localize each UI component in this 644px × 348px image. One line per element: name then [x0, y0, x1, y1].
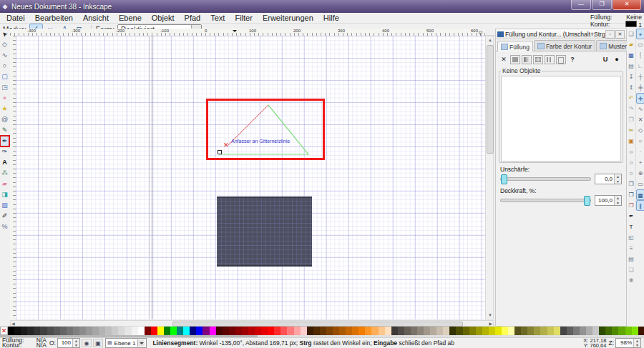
menu-filter[interactable]: Filter — [230, 13, 257, 23]
menu-text[interactable]: Text — [205, 13, 230, 23]
linear-gradient-button[interactable] — [522, 55, 532, 64]
vertical-scroll-thumb[interactable] — [487, 45, 494, 154]
layer-visibility-eye-icon[interactable]: ◉ — [82, 339, 92, 347]
palette-swatch[interactable] — [255, 327, 261, 335]
palette-swatch[interactable] — [216, 327, 223, 335]
snap-page-border-button[interactable]: ▭ — [636, 179, 644, 189]
snap-smooth-nodes-button[interactable]: ○ — [636, 136, 644, 146]
undo-button[interactable]: ↶ — [627, 93, 635, 104]
snap-object-centers-button[interactable]: + — [636, 157, 644, 168]
pen-tool-button[interactable]: ✒ — [0, 136, 9, 146]
dropper-tool-button[interactable]: ✐ — [0, 211, 9, 222]
palette-swatch[interactable] — [248, 327, 255, 335]
fill-stroke-dialog-button[interactable]: ✒ — [627, 211, 635, 222]
palette-swatch[interactable] — [294, 327, 301, 335]
scroll-left-icon[interactable]: ◀ — [11, 321, 15, 327]
palette-swatch[interactable] — [463, 327, 469, 335]
print-button[interactable]: ▤ — [627, 61, 635, 71]
palette-swatch[interactable] — [527, 327, 534, 335]
palette-swatch[interactable] — [417, 327, 424, 335]
create-clone-button[interactable]: ❒ — [627, 189, 635, 200]
palette-swatch[interactable] — [476, 327, 482, 335]
snap-line-midpoints-button[interactable]: · — [636, 146, 644, 157]
palette-swatch[interactable] — [67, 327, 73, 335]
unknown-paint-button[interactable]: ? — [567, 55, 577, 64]
palette-swatch[interactable] — [599, 327, 605, 335]
palette-swatch[interactable] — [469, 327, 476, 335]
palette-swatch[interactable] — [612, 327, 618, 335]
palette-swatch[interactable] — [371, 327, 378, 335]
snap-paths-button[interactable]: ∿ — [636, 104, 644, 114]
palette-swatch[interactable] — [223, 327, 229, 335]
palette-swatch[interactable] — [449, 327, 456, 335]
snap-rotation-center-button[interactable]: ⊕ — [636, 168, 644, 179]
palette-swatch[interactable] — [99, 327, 105, 335]
palette-swatch[interactable] — [261, 327, 268, 335]
document-properties-button[interactable]: ❏ — [627, 264, 635, 275]
palette-swatch[interactable] — [105, 327, 112, 335]
palette-swatch[interactable] — [268, 327, 274, 335]
blur-slider-thumb[interactable] — [501, 174, 507, 184]
palette-swatch[interactable] — [632, 327, 638, 335]
palette-swatch[interactable] — [307, 327, 313, 335]
snap-bbox-edges-button[interactable]: ┆ — [636, 50, 644, 61]
paste-button[interactable]: ▣ — [627, 136, 635, 146]
palette-swatch[interactable] — [495, 327, 502, 335]
palette-swatch[interactable] — [554, 327, 560, 335]
palette-swatch[interactable] — [287, 327, 293, 335]
flat-color-button[interactable] — [510, 55, 520, 64]
palette-swatch[interactable] — [40, 327, 47, 335]
palette-swatch[interactable] — [86, 327, 92, 335]
pencil-tool-button[interactable]: ✎ — [0, 125, 9, 136]
palette-swatch[interactable] — [508, 327, 514, 335]
palette-swatch[interactable] — [352, 327, 358, 335]
horizontal-scroll-thumb[interactable] — [172, 322, 463, 327]
zoom-selection-button[interactable]: ○ — [627, 146, 635, 157]
palette-swatch[interactable] — [358, 327, 365, 335]
maximize-button[interactable]: ❐ — [592, 0, 612, 10]
import-button[interactable]: ↧ — [627, 71, 635, 82]
palette-swatch[interactable] — [391, 327, 398, 335]
palette-swatch[interactable] — [326, 327, 333, 335]
palette-swatch[interactable] — [280, 327, 287, 335]
pattern-button[interactable] — [545, 55, 555, 64]
palette-swatch[interactable] — [235, 327, 242, 335]
close-button[interactable]: ✕ — [613, 0, 641, 10]
spin-down-icon[interactable]: ▼ — [634, 343, 640, 347]
scroll-up-icon[interactable]: ▲ — [488, 37, 492, 43]
palette-swatch[interactable] — [592, 327, 599, 335]
tab-fill[interactable]: Füllung — [497, 41, 533, 51]
spiral-tool-button[interactable]: @ — [0, 114, 9, 125]
palette-swatch[interactable] — [379, 327, 385, 335]
spray-tool-button[interactable]: ⁂ — [0, 168, 9, 179]
palette-swatch[interactable] — [560, 327, 567, 335]
palette-swatch[interactable] — [404, 327, 411, 335]
object-opacity-spinbox[interactable]: 100 ▲▼ — [57, 338, 80, 348]
palette-swatch[interactable] — [73, 327, 79, 335]
statusbar-fill-stroke[interactable]: Füllung:N/A Kontur:N/A — [2, 338, 47, 348]
zoom-lock-icon[interactable]: Q — [477, 29, 484, 36]
opacity-slider[interactable] — [500, 199, 591, 202]
fillrule-nonzero-button[interactable]: ● — [612, 55, 622, 64]
palette-swatch[interactable] — [586, 327, 592, 335]
palette-swatch[interactable] — [8, 327, 14, 335]
xml-editor-button[interactable]: ◱ — [627, 232, 635, 243]
palette-swatch[interactable] — [21, 327, 27, 335]
palette-swatch[interactable] — [313, 327, 320, 335]
vertical-scrollbar[interactable]: ▲ ▼ — [485, 36, 494, 319]
palette-swatch[interactable] — [534, 327, 540, 335]
layer-lock-icon[interactable]: ▣ — [93, 339, 103, 347]
palette-swatch[interactable] — [145, 327, 151, 335]
palette-swatch[interactable] — [540, 327, 547, 335]
zoom-page-button[interactable]: ○ — [627, 168, 635, 179]
palette-swatch[interactable] — [339, 327, 346, 335]
palette-swatch[interactable] — [443, 327, 449, 335]
dock-close-button[interactable]: ✕ — [615, 30, 625, 39]
radial-gradient-button[interactable] — [533, 55, 543, 64]
ellipse-tool-button[interactable]: ● — [0, 93, 9, 104]
palette-swatch[interactable] — [92, 327, 99, 335]
palette-swatch[interactable] — [502, 327, 508, 335]
menu-ebene[interactable]: Ebene — [114, 13, 147, 23]
palette-swatch[interactable] — [385, 327, 391, 335]
palette-swatch[interactable] — [151, 327, 157, 335]
